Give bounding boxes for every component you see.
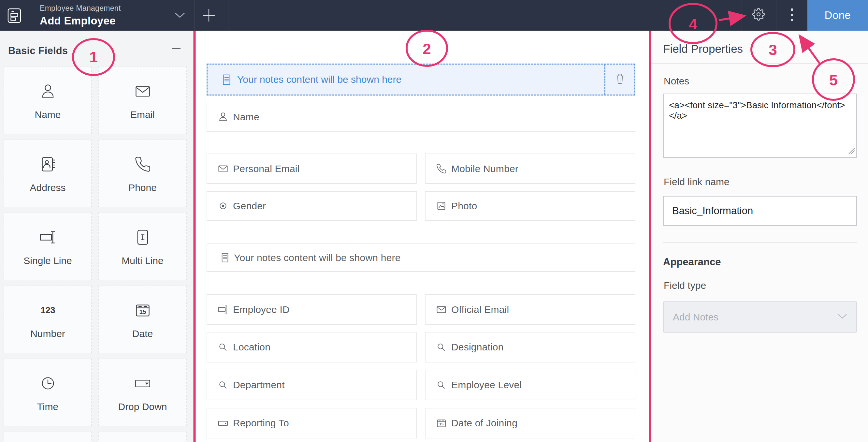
search-icon <box>218 380 228 390</box>
topbar-divider <box>742 0 742 31</box>
svg-text:123: 123 <box>40 305 55 315</box>
search-icon <box>436 380 447 390</box>
field-label: Gender <box>233 201 266 211</box>
field-properties-panel: Field Properties Notes <a><font size="3"… <box>651 31 868 442</box>
photo-icon <box>436 201 447 211</box>
done-button[interactable]: Done <box>807 0 868 31</box>
add-form-tab-button[interactable] <box>202 8 216 24</box>
address-book-icon <box>39 153 56 175</box>
field-tile-number[interactable]: 123 Number <box>4 286 92 353</box>
canvas-field-location[interactable]: Location <box>207 332 417 362</box>
field-label: Department <box>233 379 285 390</box>
select-chevron-down-icon <box>837 314 847 320</box>
settings-gear-icon[interactable] <box>752 8 765 22</box>
field-tile-label: Multi Line <box>122 255 163 266</box>
canvas-field-personal-email[interactable]: Personal Email <box>207 153 417 184</box>
field-type-value: Add Notes <box>673 312 837 323</box>
field-tile-email[interactable]: Email <box>98 66 187 134</box>
notes-icon <box>220 252 230 263</box>
field-label: Your notes content will be shown here <box>237 74 401 85</box>
canvas-field-official-email[interactable]: Official Email <box>425 294 636 325</box>
number-123-icon: 123 <box>39 300 56 321</box>
delete-field-button[interactable] <box>604 64 634 94</box>
field-label: Name <box>233 112 259 123</box>
field-tile-label: Date <box>132 328 153 339</box>
field-tile-time[interactable]: Time <box>4 358 92 426</box>
fields-sidebar: Basic Fields Name Email Address Phone Si… <box>0 31 196 442</box>
field-label: Reporting To <box>233 417 289 429</box>
canvas-field-date-of-joining[interactable]: 15 Date of Joining <box>425 408 636 438</box>
field-label: Mobile Number <box>451 163 518 174</box>
sidebar-section-title: Basic Fields <box>8 45 68 57</box>
canvas-field-reporting-to[interactable]: Reporting To <box>207 408 417 438</box>
canvas-field-photo[interactable]: Photo <box>425 191 636 221</box>
topbar-divider <box>194 0 194 31</box>
canvas-field-designation[interactable]: Designation <box>425 332 636 362</box>
topbar: Employee Management Add Employee Done <box>0 0 868 31</box>
notes-icon <box>221 73 232 86</box>
trash-icon <box>614 72 626 87</box>
app-title: Employee Management <box>40 4 121 13</box>
search-icon <box>218 342 228 353</box>
radio-icon <box>218 201 228 211</box>
svg-text:15: 15 <box>439 422 443 426</box>
field-tile-label: Time <box>37 401 59 412</box>
canvas-field-name[interactable]: Name <box>207 102 636 132</box>
field-tile-partial[interactable] <box>98 432 187 442</box>
field-label: Official Email <box>451 304 509 315</box>
form-switcher-chevron-down-icon[interactable] <box>175 12 185 20</box>
canvas-notes-placeholder[interactable]: Your notes content will be shown here <box>207 243 636 272</box>
field-type-select[interactable]: Add Notes <box>663 301 857 333</box>
field-tile-label: Address <box>30 182 65 193</box>
field-label: Your notes content will be shown here <box>234 252 401 263</box>
field-tile-label: Number <box>30 328 65 339</box>
clock-icon <box>39 373 56 394</box>
more-options-kebab-icon[interactable] <box>791 8 794 24</box>
person-icon <box>39 81 56 102</box>
field-tile-drop-down[interactable]: Drop Down <box>98 358 187 426</box>
form-builder-page: Employee Management Add Employee Done Ba… <box>0 0 868 442</box>
field-tile-address[interactable]: Address <box>4 140 92 207</box>
field-tile-date[interactable]: 15 Date <box>98 286 187 353</box>
canvas-field-mobile-number[interactable]: Mobile Number <box>425 153 636 184</box>
field-label: Location <box>233 342 271 353</box>
canvas-field-department[interactable]: Department <box>207 370 417 400</box>
notes-content-textarea[interactable]: <a><font size="3">Basic Information</fon… <box>663 93 857 158</box>
field-link-name-input[interactable] <box>663 196 857 226</box>
canvas-field-gender[interactable]: Gender <box>207 191 417 221</box>
selected-notes-field[interactable]: Your notes content will be shown here <box>207 64 636 95</box>
calendar-icon: 15 <box>436 418 447 429</box>
breadcrumb: Employee Management Add Employee <box>40 4 121 27</box>
field-tile-phone[interactable]: Phone <box>98 140 187 207</box>
form-app-icon <box>7 8 21 25</box>
phone-icon <box>134 153 151 175</box>
collapse-section-minus-icon[interactable] <box>172 48 181 50</box>
field-label: Employee ID <box>233 304 290 315</box>
single-line-icon <box>218 304 228 315</box>
phone-icon <box>436 163 447 174</box>
mail-icon <box>436 304 447 315</box>
field-label: Employee Level <box>451 379 522 390</box>
dropdown-icon <box>218 418 228 429</box>
panel-title: Field Properties <box>663 42 743 55</box>
field-link-name-label: Field link name <box>664 176 730 187</box>
field-tile-label: Phone <box>128 182 157 193</box>
appearance-heading: Appearance <box>663 256 721 268</box>
svg-text:15: 15 <box>139 308 146 315</box>
canvas-field-employee-id[interactable]: Employee ID <box>207 294 417 325</box>
topbar-divider <box>228 0 228 31</box>
panel-divider <box>651 63 868 64</box>
calendar-icon: 15 <box>134 300 151 321</box>
field-tile-label: Single Line <box>24 255 72 266</box>
field-tile-partial[interactable] <box>4 432 92 442</box>
canvas-field-employee-level[interactable]: Employee Level <box>425 370 636 400</box>
field-type-label: Field type <box>664 280 706 291</box>
single-line-icon <box>39 227 56 248</box>
field-tile-multi-line[interactable]: Multi Line <box>98 212 187 280</box>
person-icon <box>218 112 228 122</box>
topbar-divider <box>776 0 776 31</box>
field-label: Personal Email <box>233 163 300 174</box>
multi-line-icon <box>134 227 151 248</box>
field-tile-name[interactable]: Name <box>4 66 92 134</box>
field-tile-single-line[interactable]: Single Line <box>4 212 92 280</box>
